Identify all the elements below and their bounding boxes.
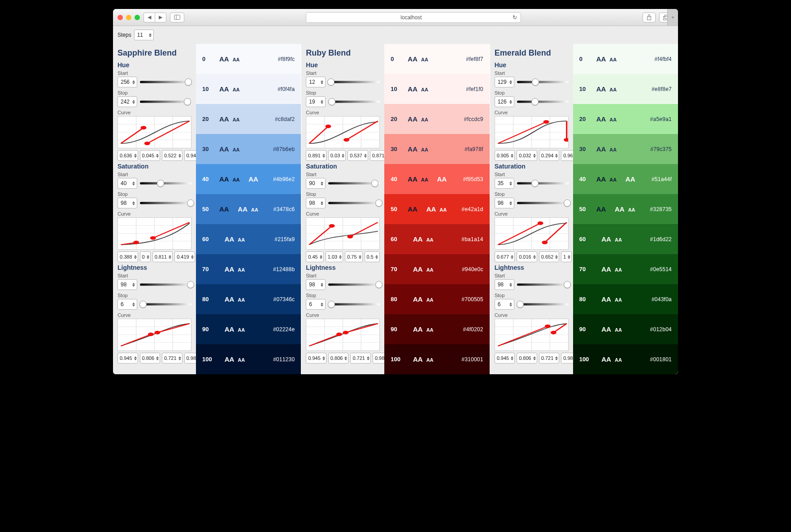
stepper-icon[interactable] — [321, 182, 323, 186]
close-icon[interactable] — [117, 15, 123, 20]
bezier-1[interactable]: 0.016 — [517, 251, 537, 262]
stepper-icon[interactable] — [132, 201, 135, 205]
stop-input[interactable]: 98 — [117, 198, 137, 208]
bezier-2[interactable]: 0.522 — [162, 150, 183, 161]
steps-input[interactable]: 11 — [134, 30, 154, 40]
stepper-icon[interactable] — [321, 201, 323, 205]
stepper-icon[interactable] — [568, 255, 570, 259]
stop-slider[interactable] — [517, 200, 569, 206]
stepper-icon[interactable] — [342, 154, 344, 158]
stepper-icon[interactable] — [509, 182, 512, 186]
start-slider[interactable] — [517, 281, 569, 288]
stepper-icon[interactable] — [339, 255, 342, 259]
stop-input[interactable]: 6 — [306, 299, 326, 310]
stepper-icon[interactable] — [322, 356, 325, 360]
start-slider[interactable] — [140, 79, 191, 85]
bezier-1[interactable]: 0.03 — [328, 150, 346, 161]
bezier-3[interactable]: 0.5 — [365, 251, 380, 262]
bezier-2[interactable]: 0.811 — [152, 251, 173, 262]
back-button[interactable]: ◀ — [143, 13, 155, 22]
bezier-1[interactable]: 0.806 — [328, 353, 349, 363]
stepper-icon[interactable] — [364, 154, 367, 158]
stepper-icon[interactable] — [367, 356, 369, 360]
curve-editor[interactable] — [117, 319, 191, 351]
bezier-0[interactable]: 0.891 — [306, 150, 326, 161]
stop-input[interactable]: 6 — [495, 299, 514, 310]
stepper-icon[interactable] — [134, 255, 137, 259]
bezier-2[interactable]: 0.721 — [539, 353, 560, 363]
stepper-icon[interactable] — [533, 255, 536, 259]
stop-slider[interactable] — [140, 200, 191, 206]
bezier-1[interactable]: 0 — [140, 251, 151, 262]
stepper-icon[interactable] — [132, 100, 135, 104]
start-slider[interactable] — [517, 180, 569, 186]
stepper-icon[interactable] — [555, 255, 558, 259]
curve-editor[interactable] — [306, 319, 380, 351]
stepper-icon[interactable] — [156, 154, 159, 158]
stepper-icon[interactable] — [344, 356, 347, 360]
bezier-3[interactable]: 0.419 — [174, 251, 195, 262]
stop-slider[interactable] — [140, 301, 191, 307]
stop-slider[interactable] — [328, 200, 380, 206]
stop-input[interactable]: 242 — [117, 96, 137, 107]
reload-icon[interactable]: ↻ — [513, 14, 517, 21]
bezier-2[interactable]: 0.537 — [348, 150, 368, 161]
stepper-icon[interactable] — [134, 356, 137, 360]
stepper-icon[interactable] — [169, 255, 171, 259]
stepper-icon[interactable] — [533, 356, 536, 360]
stepper-icon[interactable] — [132, 283, 135, 287]
curve-editor[interactable] — [306, 116, 380, 148]
stepper-icon[interactable] — [555, 356, 558, 360]
stepper-icon[interactable] — [178, 154, 181, 158]
stepper-icon[interactable] — [321, 283, 323, 287]
start-input[interactable]: 98 — [117, 279, 137, 290]
start-input[interactable]: 12 — [306, 77, 326, 87]
bezier-1[interactable]: 0.806 — [517, 353, 537, 363]
start-input[interactable]: 129 — [495, 77, 514, 87]
bezier-0[interactable]: 0.677 — [495, 251, 515, 262]
zoom-icon[interactable] — [135, 15, 140, 20]
bezier-1[interactable]: 0.045 — [140, 150, 161, 161]
bezier-2[interactable]: 0.721 — [162, 353, 183, 363]
bezier-0[interactable]: 0.636 — [117, 150, 138, 161]
stepper-icon[interactable] — [321, 100, 323, 104]
stepper-icon[interactable] — [509, 201, 512, 205]
stepper-icon[interactable] — [132, 80, 135, 84]
bezier-2[interactable]: 0.294 — [539, 150, 560, 161]
stepper-icon[interactable] — [533, 154, 536, 158]
stepper-icon[interactable] — [322, 154, 325, 158]
stop-input[interactable]: 98 — [306, 198, 326, 208]
bezier-2[interactable]: 0.652 — [539, 251, 560, 262]
bezier-1[interactable]: 0.806 — [140, 353, 161, 363]
stepper-icon[interactable] — [321, 80, 323, 84]
start-slider[interactable] — [517, 79, 569, 85]
curve-editor[interactable] — [306, 217, 380, 250]
stepper-icon[interactable] — [509, 80, 512, 84]
stop-input[interactable]: 6 — [117, 299, 137, 310]
stepper-icon[interactable] — [509, 283, 512, 287]
start-input[interactable]: 98 — [495, 279, 514, 290]
bezier-2[interactable]: 0.75 — [345, 251, 362, 262]
stepper-icon[interactable] — [509, 100, 512, 104]
stop-slider[interactable] — [328, 301, 380, 307]
stepper-icon[interactable] — [511, 356, 513, 360]
start-input[interactable]: 35 — [495, 178, 514, 189]
stepper-icon[interactable] — [147, 255, 149, 259]
bezier-0[interactable]: 0.945 — [495, 353, 515, 363]
curve-editor[interactable] — [495, 217, 569, 250]
stepper-icon[interactable] — [511, 255, 513, 259]
stepper-icon[interactable] — [191, 255, 194, 259]
forward-button[interactable]: ▶ — [155, 13, 166, 22]
stepper-icon[interactable] — [156, 356, 159, 360]
stop-input[interactable]: 19 — [306, 96, 326, 107]
sidebar-toggle-button[interactable] — [170, 13, 184, 22]
start-slider[interactable] — [140, 281, 191, 288]
curve-editor[interactable] — [495, 319, 569, 351]
address-bar[interactable]: localhost ↻ — [306, 12, 521, 23]
bezier-0[interactable]: 0.45 — [306, 251, 323, 262]
stepper-icon[interactable] — [320, 255, 322, 259]
bezier-1[interactable]: 1.03 — [326, 251, 343, 262]
share-button[interactable] — [643, 13, 656, 22]
start-slider[interactable] — [140, 180, 191, 186]
start-input[interactable]: 256 — [117, 77, 137, 87]
